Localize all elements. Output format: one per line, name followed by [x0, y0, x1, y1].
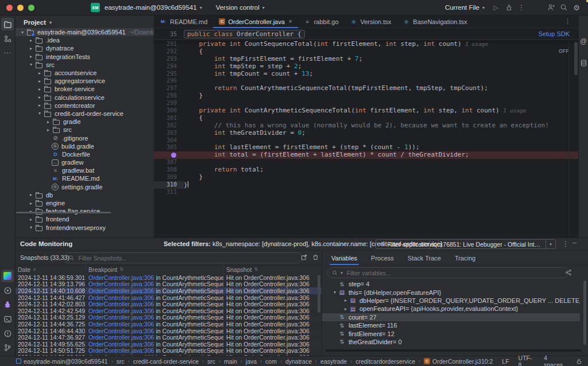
- search-options-caret-icon[interactable]: ▾: [341, 271, 343, 275]
- breadcrumb-item[interactable]: creditcardorderservice: [355, 358, 415, 365]
- tab-OrderController.java[interactable]: COrderController.java×: [213, 15, 297, 28]
- breadcrumb-item[interactable]: easytrade: [320, 358, 347, 365]
- expand-arrow-icon[interactable]: ▸: [28, 46, 34, 51]
- breakpoint-link[interactable]: OrderController.java:306: [88, 287, 154, 294]
- sticky-context-line[interactable]: 35 public class OrderController {: [154, 28, 579, 40]
- breakpoint-link[interactable]: OrderController.java:306: [88, 348, 154, 355]
- code-line-298[interactable]: 298 }: [154, 92, 579, 100]
- tree-item-frontendreverseproxy[interactable]: ▾frontendreverseproxy: [16, 224, 154, 232]
- tree-item-.idea[interactable]: ▸.idea: [16, 36, 154, 44]
- variable-row-firstElement[interactable]: ⇅firstElement = 12: [322, 329, 580, 337]
- expand-arrow-icon[interactable]: ▸: [36, 71, 43, 76]
- variable-row-dbHelper[interactable]: ▸▤dbHelper = {INSERT_ORDER_QUERY,UPDATE_…: [322, 297, 580, 305]
- snapshot-row[interactable]: 2024-12-11 14:47:36.927OrderController.j…: [16, 334, 322, 341]
- vcs-button[interactable]: Version control ▾: [211, 2, 269, 13]
- breakpoint-gutter[interactable]: [154, 151, 184, 159]
- variable-row-lastElement[interactable]: ⇅lastElement = 116: [322, 321, 580, 329]
- line-number-gutter[interactable]: 304: [154, 137, 184, 145]
- line-number-gutter[interactable]: 297: [154, 85, 184, 92]
- snapshot-row[interactable]: 2024-12-11 14:40:10.608OrderController.j…: [16, 287, 322, 294]
- breadcrumb-item[interactable]: src: [117, 358, 125, 365]
- tree-item-settings.gradle[interactable]: Gsettings.gradle: [16, 183, 154, 191]
- tree-item-src[interactable]: ▾src: [16, 61, 154, 69]
- breakpoint-link[interactable]: OrderController.java:306: [88, 328, 154, 334]
- hide-panel-icon[interactable]: ─: [572, 240, 577, 246]
- close-tab-icon[interactable]: ×: [289, 18, 292, 25]
- code-line-295[interactable]: 295 int tmpCount = count + 13;: [154, 71, 579, 78]
- tree-item-accountservice[interactable]: ▸accountservice: [16, 69, 154, 77]
- variables-vscrollbar[interactable]: [583, 281, 586, 345]
- panel-options-icon[interactable]: ⋮: [562, 240, 569, 248]
- code-line-303[interactable]: 303 int theGreatDivider = 0;: [154, 130, 579, 137]
- snapshot-row[interactable]: 2024-12-11 14:39:13.796OrderController.j…: [16, 281, 322, 288]
- expand-arrow-icon[interactable]: ▾: [28, 62, 34, 67]
- line-number-gutter[interactable]: 309: [154, 174, 184, 181]
- tree-item-dynatrace[interactable]: ▸dynatrace: [16, 44, 154, 52]
- tree-item-engine[interactable]: ▸engine: [16, 199, 154, 207]
- line-number-gutter[interactable]: 292: [154, 48, 184, 56]
- snapshot-row[interactable]: 2024-12-11 14:49:55.625OrderController.j…: [16, 341, 322, 348]
- tree-item-frontend[interactable]: ▸frontend: [16, 215, 154, 223]
- caret-position[interactable]: 310:2: [478, 358, 493, 365]
- tree-item-gradlew.bat[interactable]: ≡gradlew.bat: [16, 166, 154, 174]
- line-number-gutter[interactable]: 293: [154, 56, 184, 63]
- tree-item-src[interactable]: ▸src: [16, 126, 154, 134]
- git-branch-tool-icon[interactable]: [1, 341, 14, 354]
- expand-arrow-icon[interactable]: ▾: [331, 290, 338, 295]
- line-number-gutter[interactable]: 302: [154, 122, 184, 130]
- tree-item-calculationservice[interactable]: ▸calculationservice: [16, 94, 154, 102]
- more-options-icon[interactable]: ⋮: [516, 2, 527, 13]
- breakpoint-link[interactable]: OrderController.java:306: [88, 341, 154, 348]
- delete-icon[interactable]: [312, 254, 319, 261]
- expand-arrow-icon[interactable]: ▸: [36, 79, 43, 84]
- variable-row-step[interactable]: ⇅step = 4: [322, 280, 580, 288]
- tree-item-aggregatorservice[interactable]: ▸aggregatorservice: [16, 77, 154, 85]
- more-tools-icon[interactable]: ⋯: [1, 46, 14, 59]
- variable-row-openFeatureAPI[interactable]: ▸▤openFeatureAPI = {apiHooks,provider,ev…: [322, 305, 580, 313]
- run-icon[interactable]: ▷: [490, 2, 502, 13]
- variable-row-count[interactable]: ⇅count = 27: [322, 313, 580, 321]
- line-number-gutter[interactable]: 301: [154, 115, 184, 122]
- snapshot-row[interactable]: 2024-12-11 14:44:36.725OrderController.j…: [16, 321, 322, 328]
- breadcrumb-item[interactable]: main: [224, 358, 237, 365]
- window-zoom-button[interactable]: [28, 5, 34, 11]
- breadcrumb-item[interactable]: COrderController.java: [424, 358, 478, 365]
- code-line-308[interactable]: 308 return total;: [154, 166, 579, 174]
- tabs-more-icon[interactable]: ⋮: [564, 18, 575, 25]
- breakpoint-link[interactable]: OrderController.java:306: [88, 301, 154, 307]
- tree-item-broker-service[interactable]: ▸broker-service: [16, 85, 154, 93]
- tree-item-Dockerfile[interactable]: DDockerfile: [16, 150, 154, 158]
- editor-vscrollbar[interactable]: [574, 42, 578, 75]
- expand-arrow-icon[interactable]: ▸: [28, 38, 34, 43]
- snapshot-row[interactable]: 2024-12-11 14:42:02.803OrderController.j…: [16, 301, 322, 307]
- snapshot-filter-input-box[interactable]: [64, 252, 303, 263]
- tree-item-contentcreator[interactable]: ▸contentcreator: [16, 102, 154, 110]
- tab-BaseNavigation.tsx[interactable]: ⚛BaseNavigation.tsx: [397, 15, 473, 28]
- services-tool-icon[interactable]: [1, 284, 14, 297]
- breakpoint-link[interactable]: OrderController.java:306: [88, 294, 154, 301]
- expand-arrow-icon[interactable]: ▾: [28, 225, 34, 230]
- expand-arrow-icon[interactable]: ▸: [45, 127, 52, 133]
- share-icon[interactable]: [565, 269, 572, 276]
- snapshot-row[interactable]: 2024-12-11 14:50:51.725OrderController.j…: [16, 348, 322, 355]
- terminal-tool-icon[interactable]: [1, 313, 14, 325]
- breadcrumb-item[interactable]: com: [265, 358, 277, 365]
- expand-arrow-icon[interactable]: ▾: [19, 30, 26, 35]
- variable-row-theGreatDivider[interactable]: ⇅theGreatDivider = 0: [322, 338, 580, 346]
- expand-arrow-icon[interactable]: ▸: [28, 54, 34, 59]
- tab-rabbit.go[interactable]: ≡rabbit.go: [298, 15, 345, 28]
- snapshot-row[interactable]: 2024-12-11 14:46:44.430OrderController.j…: [16, 328, 322, 334]
- line-number-gutter[interactable]: 310: [154, 181, 184, 189]
- line-number-gutter[interactable]: 299: [154, 100, 184, 107]
- database-tool-icon[interactable]: [580, 59, 587, 67]
- breakpoint-link[interactable]: OrderController.java:306: [88, 321, 154, 328]
- line-number-gutter[interactable]: 295: [154, 71, 184, 78]
- tree-item-easytrade-main@039c6d59541[interactable]: ▾easytrade-main@039c6d59541~/Downloads/e…: [16, 28, 154, 36]
- line-number-gutter[interactable]: 308: [154, 166, 184, 174]
- snapshot-row[interactable]: 2024-12-11 14:36:59.301OrderController.j…: [16, 274, 322, 281]
- file-encoding[interactable]: UTF-8: [519, 355, 535, 366]
- tab-variables[interactable]: Variables: [324, 251, 364, 265]
- tab-README.md[interactable]: M↓README.md: [154, 15, 213, 28]
- window-minimize-button[interactable]: [17, 5, 24, 11]
- line-number-gutter[interactable]: 291: [154, 41, 184, 48]
